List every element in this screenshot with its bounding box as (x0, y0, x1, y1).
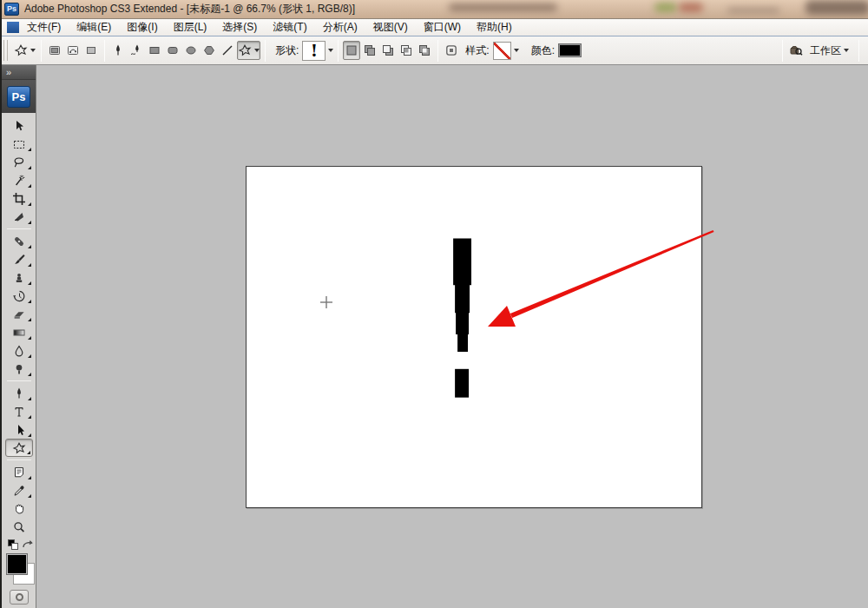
eyedropper-tool[interactable] (5, 481, 33, 499)
pen-tool (12, 387, 26, 400)
menu-item-help[interactable]: 帮助(H) (469, 19, 520, 36)
rectangular-marquee-tool (12, 137, 26, 151)
menu-item-window[interactable]: 窗口(W) (416, 19, 469, 36)
flyout-indicator (28, 148, 31, 151)
shape-layers-button[interactable] (46, 41, 63, 60)
polygon-tool-button[interactable] (201, 41, 218, 60)
move-tool[interactable] (5, 116, 33, 135)
ellipse-tool-button[interactable] (182, 41, 200, 60)
shape-picker[interactable]: ! (302, 41, 333, 61)
document-canvas[interactable] (246, 166, 702, 508)
flyout-indicator (28, 245, 31, 248)
blurred-watermark (654, 3, 677, 12)
quick-mask-mode-button[interactable] (10, 590, 29, 605)
path-selection-tool[interactable] (5, 420, 33, 439)
add-shape-button[interactable] (361, 41, 378, 60)
menu-item-view[interactable]: 视图(V) (365, 19, 416, 36)
menu-item-edit[interactable]: 编辑(E) (69, 19, 119, 36)
toolbox: » Ps (2, 65, 36, 608)
rounded-rectangle-tool-button[interactable] (164, 41, 181, 60)
options-bar-grip[interactable] (3, 40, 8, 61)
rectangle-tool-icon (148, 43, 161, 57)
shape-label: 形状: (275, 43, 299, 58)
divider (338, 40, 339, 62)
healing-brush-tool[interactable] (5, 232, 33, 250)
custom-shape-tool[interactable] (5, 439, 33, 457)
gradient-tool (12, 326, 26, 340)
fill-pixels-button[interactable] (82, 41, 100, 60)
hand-tool[interactable] (5, 499, 33, 518)
freeform-pen-tool-button[interactable] (128, 41, 145, 60)
tool-preset-picker[interactable] (13, 41, 36, 60)
type-tool[interactable] (5, 402, 33, 420)
menu-item-image[interactable]: 图像(I) (119, 19, 165, 36)
photoshop-logo-button[interactable]: Ps (7, 86, 30, 108)
shape-color-swatch[interactable] (558, 43, 582, 57)
move-tool (12, 119, 26, 133)
magic-wand-tool[interactable] (5, 171, 33, 189)
notes-tool[interactable] (5, 463, 33, 481)
blurred-watermark (449, 3, 557, 11)
menu-item-select[interactable]: 选择(S) (214, 19, 265, 36)
divider (41, 40, 42, 62)
menu-item-analysis[interactable]: 分析(A) (315, 19, 365, 36)
blur-tool[interactable] (5, 341, 33, 360)
flyout-indicator (28, 221, 31, 224)
exclamation-shape-dot (455, 369, 469, 398)
clone-stamp-tool[interactable] (5, 268, 33, 287)
subtract-shape-button[interactable] (379, 41, 397, 60)
hand-tool (12, 502, 26, 516)
drawing-mode-buttons (46, 41, 100, 60)
pen-tool[interactable] (5, 384, 33, 402)
slice-tool[interactable] (5, 208, 33, 226)
flyout-indicator (28, 202, 31, 206)
document-icon (7, 22, 19, 33)
gradient-tool[interactable] (5, 323, 33, 341)
flyout-indicator (28, 494, 31, 498)
polygon-tool-icon (202, 43, 216, 57)
zoom-tool[interactable] (5, 518, 33, 536)
crop-tool[interactable] (5, 189, 33, 208)
rectangle-tool-button[interactable] (146, 41, 163, 60)
toolbox-collapse-button[interactable]: » (2, 65, 36, 80)
paths-icon (66, 43, 80, 57)
quick-mask-icon (16, 593, 23, 601)
rectangular-marquee-tool[interactable] (5, 135, 33, 153)
menu-item-filter[interactable]: 滤镜(T) (265, 19, 314, 36)
flyout-indicator (28, 476, 31, 479)
menu-item-file[interactable]: 文件(F) (19, 19, 69, 36)
freeform-pen-tool-icon (129, 43, 143, 57)
eraser-tool[interactable] (5, 305, 33, 323)
line-tool-button[interactable] (219, 41, 236, 60)
go-to-bridge-button[interactable] (787, 41, 805, 60)
intersect-shape-icon (399, 43, 413, 57)
path-selection-tool (12, 423, 26, 437)
blurred-watermark (679, 3, 703, 12)
custom-shape-icon (14, 43, 28, 57)
toolbox-logo-area: Ps (2, 80, 36, 113)
swap-colors-icon[interactable] (22, 539, 33, 550)
lasso-tool[interactable] (5, 153, 33, 171)
paths-button[interactable] (64, 41, 82, 60)
exclude-shape-button[interactable] (416, 41, 433, 60)
flyout-indicator (28, 166, 31, 169)
workspace-menu-button[interactable]: 工作区 (805, 43, 854, 58)
style-picker[interactable] (493, 42, 519, 60)
divider (437, 40, 438, 62)
new-shape-layer-button[interactable] (343, 41, 360, 60)
dodge-tool[interactable] (5, 360, 33, 378)
chevron-down-icon (30, 49, 36, 52)
flyout-indicator (28, 433, 31, 437)
flyout-indicator (28, 184, 31, 188)
menu-item-layer[interactable]: 图层(L) (166, 19, 215, 36)
type-tool (12, 405, 26, 419)
history-brush-tool[interactable] (5, 287, 33, 305)
fill-pixels-icon (84, 43, 98, 57)
foreground-color-swatch[interactable] (6, 553, 28, 575)
brush-tool[interactable] (5, 250, 33, 268)
style-link-button[interactable] (443, 41, 460, 60)
pen-tool-button[interactable] (109, 41, 127, 60)
custom-shape-button[interactable] (237, 41, 260, 60)
eraser-tool (12, 307, 26, 321)
intersect-shape-button[interactable] (398, 41, 415, 60)
